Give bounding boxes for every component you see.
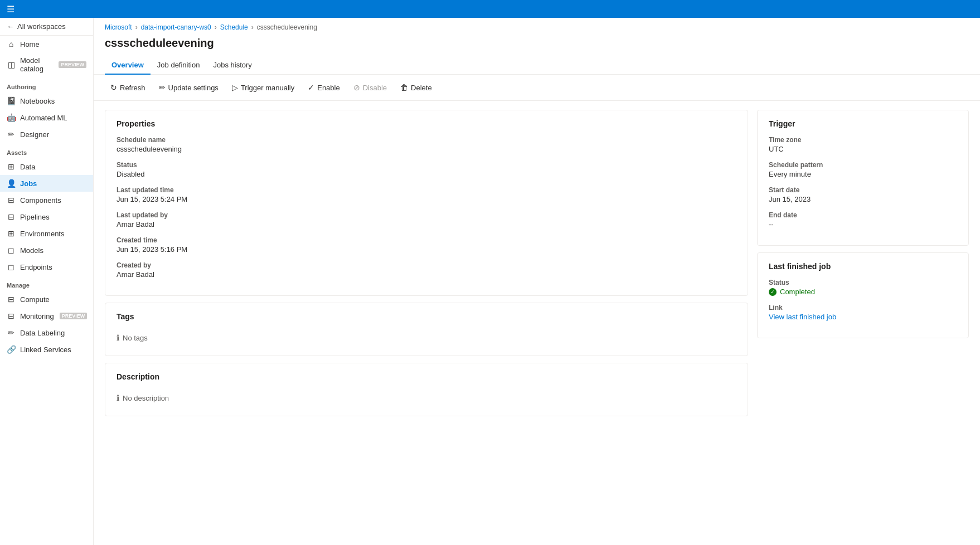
- sidebar-item-model-catalog-label: Model catalog: [20, 56, 53, 73]
- sidebar-item-designer[interactable]: ✏ Designer: [0, 126, 93, 143]
- tags-title: Tags: [117, 312, 736, 321]
- top-bar: ☰: [0, 0, 980, 18]
- delete-button[interactable]: 🗑 Delete: [395, 80, 438, 95]
- refresh-button[interactable]: ↻ Refresh: [105, 80, 151, 95]
- last-updated-by-value: Amar Badal: [117, 220, 736, 228]
- sidebar-item-notebooks[interactable]: 📓 Notebooks: [0, 93, 93, 109]
- enable-label: Enable: [317, 84, 339, 92]
- disable-icon: ⊘: [353, 83, 360, 92]
- back-arrow-icon: ←: [7, 22, 14, 31]
- last-finished-job-title: Last finished job: [769, 262, 957, 271]
- last-updated-by-label: Last updated by: [117, 211, 736, 219]
- tab-jobs-history[interactable]: Jobs history: [206, 56, 258, 75]
- sidebar-item-data-labeling[interactable]: ✏ Data Labeling: [0, 324, 93, 341]
- sidebar-item-compute[interactable]: ⊟ Compute: [0, 291, 93, 308]
- status-row: Status Disabled: [117, 161, 736, 178]
- left-panel: Properties Schedule name cssscheduleeven…: [105, 110, 748, 536]
- page-title: cssscheduleevening: [94, 35, 980, 56]
- schedule-pattern-value: Every minute: [769, 170, 957, 178]
- tags-info-icon: ℹ: [117, 333, 119, 342]
- sidebar-item-monitoring-label: Monitoring: [20, 312, 54, 320]
- view-last-finished-job-link[interactable]: View last finished job: [769, 313, 836, 321]
- delete-icon: 🗑: [400, 83, 408, 92]
- sidebar-item-components-label: Components: [20, 196, 61, 205]
- properties-card: Properties Schedule name cssscheduleeven…: [105, 110, 748, 296]
- end-date-row: End date --: [769, 211, 957, 228]
- tab-job-definition[interactable]: Job definition: [151, 56, 207, 75]
- description-empty-message: No description: [123, 394, 169, 402]
- monitoring-icon: ⊟: [7, 312, 16, 320]
- start-date-row: Start date Jun 15, 2023: [769, 186, 957, 203]
- designer-icon: ✏: [7, 130, 16, 139]
- all-workspaces-back[interactable]: ← All workspaces: [0, 18, 93, 36]
- schedule-pattern-row: Schedule pattern Every minute: [769, 161, 957, 178]
- sidebar-item-data[interactable]: ⊞ Data: [0, 158, 93, 175]
- tags-card: Tags ℹ No tags: [105, 303, 748, 356]
- model-catalog-icon: ◫: [7, 60, 16, 69]
- breadcrumb-sep-3: ›: [251, 23, 254, 31]
- data-icon: ⊞: [7, 162, 16, 171]
- sidebar-item-automated-ml-label: Automated ML: [20, 114, 67, 122]
- end-date-value: --: [769, 220, 957, 228]
- tab-overview[interactable]: Overview: [105, 56, 151, 75]
- last-job-status-label: Status: [769, 279, 957, 286]
- breadcrumb-schedule[interactable]: Schedule: [220, 23, 248, 31]
- endpoints-icon: ◻: [7, 262, 16, 271]
- breadcrumb-workspace[interactable]: data-import-canary-ws0: [141, 23, 211, 31]
- sidebar-item-monitoring[interactable]: ⊟ Monitoring PREVIEW: [0, 308, 93, 324]
- schedule-name-label: Schedule name: [117, 136, 736, 144]
- breadcrumb-current: cssscheduleevening: [257, 23, 317, 31]
- automated-ml-icon: 🤖: [7, 113, 16, 122]
- trigger-manually-label: Trigger manually: [241, 84, 294, 92]
- end-date-label: End date: [769, 211, 957, 219]
- breadcrumb-microsoft[interactable]: Microsoft: [105, 23, 132, 31]
- monitoring-preview-badge: PREVIEW: [60, 313, 88, 319]
- description-title: Description: [117, 372, 736, 381]
- refresh-label: Refresh: [120, 84, 145, 92]
- last-updated-time-label: Last updated time: [117, 186, 736, 194]
- right-panel: Trigger Time zone UTC Schedule pattern E…: [757, 110, 969, 536]
- sidebar: ← All workspaces ⌂ Home ◫ Model catalog …: [0, 18, 94, 545]
- hamburger-icon[interactable]: ☰: [7, 4, 14, 14]
- sidebar-item-linked-services[interactable]: 🔗 Linked Services: [0, 341, 93, 358]
- model-catalog-preview-badge: PREVIEW: [59, 61, 86, 68]
- breadcrumb-sep-2: ›: [215, 23, 217, 31]
- toolbar: ↻ Refresh ✏ Update settings ▷ Trigger ma…: [94, 75, 980, 101]
- schedule-name-value: cssscheduleevening: [117, 145, 736, 153]
- schedule-name-row: Schedule name cssscheduleevening: [117, 136, 736, 153]
- created-time-value: Jun 15, 2023 5:16 PM: [117, 245, 736, 254]
- last-job-link-label: Link: [769, 304, 957, 312]
- tags-empty: ℹ No tags: [117, 329, 736, 347]
- sidebar-item-environments[interactable]: ⊞ Environments: [0, 225, 93, 242]
- linked-services-icon: 🔗: [7, 345, 16, 354]
- manage-section-label: Manage: [0, 275, 93, 291]
- update-settings-icon: ✏: [159, 83, 166, 92]
- models-icon: ◻: [7, 246, 16, 255]
- sidebar-item-model-catalog[interactable]: ◫ Model catalog PREVIEW: [0, 52, 93, 77]
- enable-button[interactable]: ✓ Enable: [302, 80, 345, 95]
- disable-button[interactable]: ⊘ Disable: [348, 80, 392, 95]
- sidebar-item-data-label: Data: [20, 163, 35, 171]
- trigger-manually-button[interactable]: ▷ Trigger manually: [226, 80, 300, 95]
- timezone-label: Time zone: [769, 136, 957, 144]
- update-settings-button[interactable]: ✏ Update settings: [153, 80, 224, 95]
- compute-icon: ⊟: [7, 295, 16, 304]
- sidebar-item-home[interactable]: ⌂ Home: [0, 36, 93, 52]
- sidebar-item-data-labeling-label: Data Labeling: [20, 329, 65, 337]
- sidebar-item-models[interactable]: ◻ Models: [0, 242, 93, 259]
- update-settings-label: Update settings: [168, 84, 219, 92]
- sidebar-item-automated-ml[interactable]: 🤖 Automated ML: [0, 109, 93, 126]
- last-job-status-row: Status ✓ Completed: [769, 279, 957, 296]
- sidebar-item-jobs[interactable]: 👤 Jobs: [0, 175, 93, 192]
- sidebar-item-linked-services-label: Linked Services: [20, 346, 71, 354]
- sidebar-item-pipelines[interactable]: ⊟ Pipelines: [0, 208, 93, 225]
- start-date-value: Jun 15, 2023: [769, 195, 957, 203]
- sidebar-item-components[interactable]: ⊟ Components: [0, 192, 93, 208]
- sidebar-item-endpoints[interactable]: ◻ Endpoints: [0, 259, 93, 275]
- start-date-label: Start date: [769, 186, 957, 194]
- status-label: Status: [117, 161, 736, 169]
- components-icon: ⊟: [7, 196, 16, 205]
- description-empty: ℹ No description: [117, 389, 736, 407]
- last-updated-time-row: Last updated time Jun 15, 2023 5:24 PM: [117, 186, 736, 203]
- last-updated-time-value: Jun 15, 2023 5:24 PM: [117, 195, 736, 203]
